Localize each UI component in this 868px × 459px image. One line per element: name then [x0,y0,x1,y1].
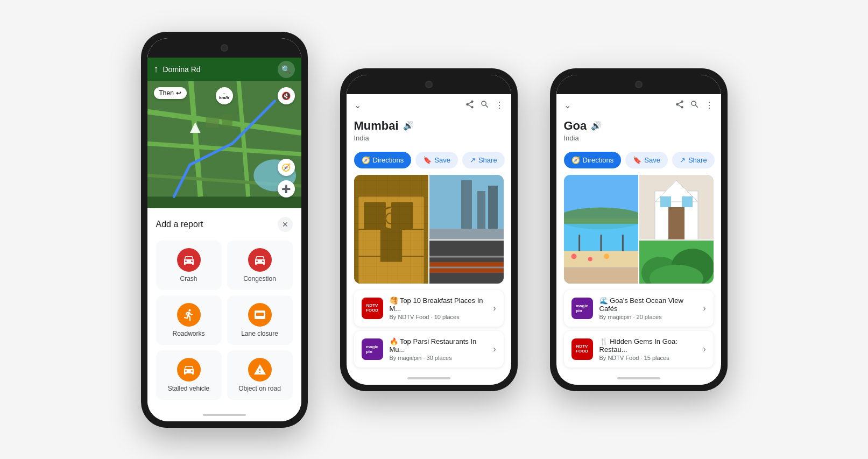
phone-3: ⌄ ⋮ Goa 🔊 India 🧭 Di [550,68,728,391]
share-button-2[interactable]: ↗ Share [462,152,505,168]
speed-unit: km/h [219,96,229,100]
list-title-3-0: 🌊 Goa's Best Ocean View Cafés [599,296,697,313]
svg-point-15 [380,207,401,229]
place-country-3: India [564,134,714,142]
stalled-vehicle-icon [177,358,201,382]
report-item-lane-closure[interactable]: Lane closure [227,295,293,345]
svg-rect-39 [564,267,638,283]
report-item-object-on-road[interactable]: Object on road [227,350,293,400]
list-card-2-0[interactable]: NDTVFOOD 🥞 Top 10 Breakfast Places In M.… [354,290,504,327]
list-card-3-0[interactable]: magicpin 🌊 Goa's Best Ocean View Cafés B… [564,290,714,327]
phone-2: ⌄ ⋮ Mumbai 🔊 India 🧭 [340,68,518,391]
map-container: 9:30 5G ▮▮▮ 🔋 [147,58,301,208]
photo-top-right-3[interactable] [639,175,714,239]
more-icon-3[interactable]: ⋮ [705,100,714,110]
share-btn-icon-2: ↗ [470,156,476,164]
ndtv-logo-text-3-1: NDTVFOOD [576,344,588,354]
report-grid: Crash Congestion [156,241,293,400]
save-button-3[interactable]: 🔖 Save [625,152,668,168]
ndtv-logo-2-0: NDTVFOOD [362,298,383,319]
mute-button[interactable]: 🔇 [278,87,295,104]
directions-button-3[interactable]: 🧭 Directions [564,152,622,168]
more-icon-2[interactable]: ⋮ [495,100,504,110]
then-text: Then [159,89,174,97]
place-header-3: Goa 🔊 India [556,117,721,147]
congestion-icon [248,248,272,272]
roadworks-label: Roadworks [172,330,204,337]
svg-rect-32 [564,251,638,267]
share-label-3: Share [688,156,707,164]
compass-button[interactable]: 🧭 [278,159,295,176]
place-country-2: India [354,134,504,142]
list-arrow-3-0: › [703,303,705,313]
place-name-text-3: Goa [564,119,587,133]
svg-rect-12 [364,202,385,229]
nav-address: Domina Rd [163,65,273,74]
lane-closure-label: Lane closure [241,330,278,337]
sound-icon-2[interactable]: 🔊 [403,121,414,131]
object-on-road-icon [248,358,272,382]
share-icon-3[interactable] [675,100,684,111]
photo-top-right-2[interactable] [429,175,504,239]
report-header: Add a report ✕ [156,217,293,232]
report-item-stalled-vehicle[interactable]: Stalled vehicle [156,350,222,400]
crash-label: Crash [180,275,197,283]
list-icon-3-1: 🍴 [599,337,610,345]
home-indicator-1 [203,414,246,416]
ndtv-logo-text-2-0: NDTVFOOD [366,303,378,313]
nav-search-button[interactable]: 🔍 [278,61,295,78]
roadworks-icon [177,303,201,327]
magicpin-logo-text-3-0: magicpin [576,303,588,313]
photo-main-2[interactable] [354,175,428,284]
svg-rect-10 [354,175,428,284]
list-arrow-2-0: › [493,303,496,313]
place-header-2: Mumbai 🔊 India [347,117,511,147]
photo-bottom-right-2[interactable] [429,241,504,284]
list-info-3-1: 🍴 Hidden Gems In Goa: Restau... By NDTV … [599,337,697,361]
save-button-2[interactable]: 🔖 Save [415,152,458,168]
list-card-2-1[interactable]: magicpin 🔥 Top Parsi Restaurants In Mu..… [354,331,504,368]
action-buttons-3: 🧭 Directions 🔖 Save ↗ Share [556,147,721,175]
ndtv-logo-3-1: NDTVFOOD [571,338,593,360]
photo-bottom-right-3[interactable] [639,241,714,284]
lane-closure-icon [248,303,272,327]
report-item-crash[interactable]: Crash [156,241,222,290]
svg-rect-23 [429,229,504,239]
back-icon-2[interactable]: ⌄ [354,100,361,110]
report-item-roadworks[interactable]: Roadworks [156,295,222,345]
search-icon-2[interactable] [480,100,490,111]
then-label: Then ↩ [154,87,187,99]
svg-rect-14 [380,229,401,262]
search-icon-3[interactable] [690,100,700,111]
action-buttons-2: 🧭 Directions 🔖 Save ↗ Share [347,147,511,175]
svg-rect-21 [477,191,485,234]
save-label-3: Save [644,156,660,164]
back-icon-3[interactable]: ⌄ [564,100,571,110]
directions-icon-3: 🧭 [571,156,580,164]
list-card-3-1[interactable]: NDTVFOOD 🍴 Hidden Gems In Goa: Restau...… [564,331,714,368]
directions-button-2[interactable]: 🧭 Directions [354,152,412,168]
photo-main-3[interactable] [564,175,638,284]
close-button[interactable]: ✕ [278,217,293,232]
magicpin-logo-2-1: magicpin [362,338,383,360]
share-icon-2[interactable] [465,100,475,111]
share-button-3[interactable]: ↗ Share [672,152,715,168]
crash-icon [177,248,201,272]
list-info-2-0: 🥞 Top 10 Breakfast Places In M... By NDT… [390,296,487,320]
speed-indicator: – km/h [216,87,233,104]
svg-rect-13 [391,202,413,229]
home-indicator-3 [617,377,660,379]
sound-icon-3[interactable]: 🔊 [591,121,602,131]
list-subtitle-2-1: By magicpin · 30 places [390,355,487,361]
list-subtitle-2-0: By NDTV Food · 10 places [390,314,487,320]
report-item-congestion[interactable]: Congestion [227,241,293,290]
directions-label-3: Directions [583,156,614,164]
phone-notch-1 [147,38,301,58]
svg-rect-43 [668,207,684,239]
share-location-button[interactable]: ➕ [278,180,295,197]
save-label-2: Save [434,156,450,164]
turn-icon: ↩ [176,89,181,97]
place-name-text-2: Mumbai [354,119,399,133]
nav-top-bar: ↑ Domina Rd 🔍 [147,58,301,81]
list-title-2-1: 🔥 Top Parsi Restaurants In Mu... [390,337,487,354]
